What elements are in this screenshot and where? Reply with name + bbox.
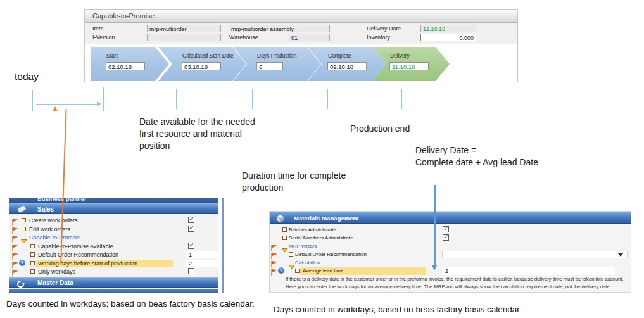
window-fields-area: Item mrp-multiorder mrp-multiorder assem… — [85, 23, 517, 44]
today-arrowhead-icon — [97, 101, 101, 106]
setting-row-working-days-before-start[interactable]: Working days before start of production … — [9, 260, 218, 268]
help-text-line2: Here you can enter the work days for an … — [286, 284, 611, 289]
chevron-value-field[interactable]: 02.10.18 — [106, 62, 145, 70]
chevron-value-field[interactable]: 6 — [256, 62, 283, 70]
tag-icon — [16, 205, 27, 216]
today-right-tick-line — [103, 87, 104, 111]
flag-icon — [271, 259, 277, 266]
delivery-date-formula-line1: Delivery Date = — [415, 144, 476, 156]
inventory-label: Inventory — [367, 34, 390, 41]
setting-row-edit-work-orders[interactable]: Edit work orders — [9, 226, 218, 234]
iversion-field[interactable] — [147, 34, 221, 41]
checkbox-checked[interactable] — [443, 234, 449, 241]
iversion-label: I-Version — [92, 34, 115, 41]
sales-section-header[interactable]: Sales — [9, 203, 218, 214]
setting-label: Serial Numbers Administrate — [289, 235, 353, 241]
setting-group-capable-to-promise[interactable]: Capable-to-Promise — [9, 234, 218, 242]
sales-section-label: Sales — [37, 205, 54, 212]
chevron-start: Start 02.10.18 — [91, 47, 169, 81]
flag-icon — [271, 243, 277, 250]
setting-value-field[interactable]: 2 — [186, 260, 218, 267]
chevron-value-field[interactable]: 11.10.18 — [389, 62, 429, 70]
dropdown-field[interactable] — [442, 251, 628, 258]
setting-row-default-order-recommendation[interactable]: Default Order Recommendation 1 — [9, 251, 218, 259]
checkbox-checked[interactable] — [188, 243, 194, 249]
help-icon[interactable] — [278, 267, 284, 274]
flag-icon — [12, 234, 18, 241]
callout-line-days-production — [252, 89, 253, 109]
checkbox-unchecked[interactable] — [188, 268, 194, 274]
chevron-label: Calculated Start Date — [182, 53, 234, 59]
setting-row-ctp-available[interactable]: Capable-to-Promise Available — [9, 243, 218, 251]
window-edge-line — [222, 198, 224, 293]
setting-label: Default Order Recommendation — [295, 251, 367, 257]
chevron-label: Start — [106, 53, 118, 59]
delivery-date-label: Delivery Date — [367, 25, 401, 32]
delivery-date-field[interactable]: 12.10.18 — [420, 25, 476, 32]
page: Capable-to-Promise Item mrp-multiorder m… — [0, 0, 644, 318]
setting-box-icon — [22, 227, 26, 231]
flag-icon — [12, 260, 18, 267]
clipped-section-business-partner[interactable]: Business partner — [9, 198, 218, 203]
setting-label: Average lead time — [303, 268, 343, 274]
setting-row-only-workdays[interactable]: Only workdays — [9, 268, 218, 276]
setting-row-default-order-recommendation[interactable]: Default Order Recommendation — [270, 251, 631, 259]
item-code-field[interactable]: mrp-multiorder — [147, 25, 221, 32]
orange-arrowhead-up-icon — [53, 106, 58, 111]
item-label: Item — [92, 25, 104, 32]
setting-row-batches-administrate[interactable]: Batches Administrate — [270, 226, 631, 234]
chevron-value-field[interactable]: 09.10.18 — [327, 62, 367, 70]
flag-icon — [271, 267, 277, 274]
flag-icon — [12, 226, 18, 232]
help-text-line1: If there is a delivery date in the custo… — [286, 276, 624, 282]
warehouse-field[interactable]: 01 — [289, 34, 330, 41]
setting-box-icon — [22, 218, 26, 222]
materials-section-header[interactable]: Materials management — [270, 212, 631, 224]
setting-group-calculation[interactable]: Calculation — [270, 259, 631, 267]
production-end-note: Production end — [350, 123, 410, 135]
chevron-value-field[interactable]: 03.10.18 — [182, 62, 221, 70]
package-icon — [275, 213, 285, 226]
inventory-field[interactable]: 0.000 — [420, 34, 476, 41]
setting-label: Edit work orders — [29, 226, 70, 232]
flag-icon — [12, 217, 18, 224]
setting-group-mrp-wizard[interactable]: MRP Wizard — [270, 243, 631, 251]
setting-label: Only workdays — [38, 269, 75, 275]
setting-value-field[interactable]: 1 — [186, 251, 218, 258]
flag-icon — [271, 251, 277, 258]
master-data-section-label: Master Data — [37, 279, 73, 286]
checkbox-checked[interactable] — [443, 226, 449, 232]
today-label: today — [15, 71, 39, 82]
setting-box-icon — [282, 236, 287, 240]
blue-callout-line — [434, 185, 436, 266]
setting-box-icon — [30, 261, 35, 265]
chevron-label: Complete — [328, 53, 351, 59]
today-arrow-line — [36, 104, 97, 105]
chevron-label: Days Production — [257, 53, 296, 59]
setting-row-create-work-orders[interactable]: Create work orders — [9, 217, 218, 225]
callout-line-delivery — [401, 89, 402, 109]
setting-row-average-lead-time[interactable]: Average lead time 2 — [270, 267, 631, 276]
checkbox-checked[interactable] — [188, 226, 194, 232]
warehouse-label: Warehouse — [229, 34, 258, 41]
checkbox-checked[interactable] — [188, 217, 194, 223]
blue-arrowhead-down-icon — [432, 265, 437, 270]
setting-group-label: MRP Wizard — [289, 243, 317, 249]
setting-row-serial-numbers[interactable]: Serial Numbers Administrate — [270, 234, 631, 243]
setting-value-field[interactable]: 2 — [442, 267, 615, 275]
master-data-section-header[interactable]: Master Data — [9, 277, 218, 288]
delivery-date-formula-line2: Complete date + Avg lead Date — [415, 156, 538, 169]
sales-settings-panel: Business partner Sales Create work order… — [9, 198, 218, 293]
clipped-section-bar[interactable] — [9, 289, 218, 293]
setting-group-label: Capable-to-Promise — [29, 234, 80, 241]
chevron-down-icon[interactable] — [618, 253, 623, 257]
setting-box-icon — [30, 269, 35, 274]
clipped-section-label: Business partner — [9, 198, 218, 202]
window-title: Capable-to-Promise — [85, 10, 517, 23]
setting-label: Working days before start of production — [38, 260, 137, 267]
materials-management-panel: Materials management Batches Administrat… — [269, 211, 631, 293]
flag-icon — [12, 243, 18, 250]
item-description-field[interactable]: mrp-multiorder assembly — [229, 25, 330, 32]
help-icon[interactable] — [19, 260, 25, 266]
setting-group-label: Calculation — [295, 260, 320, 265]
